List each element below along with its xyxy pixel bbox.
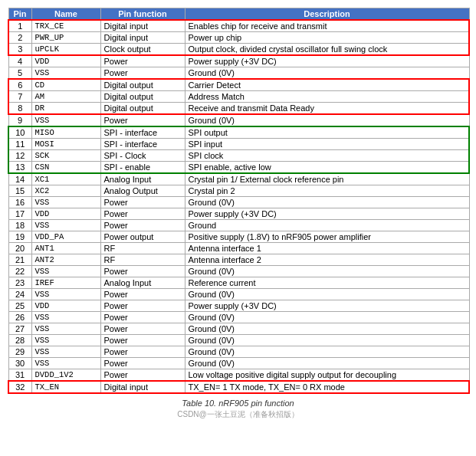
cell-desc: SPI clock — [185, 150, 469, 162]
table-row: 31DVDD_1V2PowerLow voltage positive digi… — [8, 369, 469, 382]
cell-pin: 27 — [8, 323, 31, 335]
cell-name: SCK — [31, 150, 100, 162]
table-row: 29VSSPowerGround (0V) — [8, 346, 469, 358]
table-row: 20ANT1RFAntenna interface 1 — [8, 243, 469, 254]
cell-pin: 10 — [8, 126, 31, 139]
cell-name: VDD_PA — [31, 231, 100, 243]
cell-desc: Power supply (+3V DC) — [185, 300, 469, 312]
cell-desc: Enables chip for receive and transmit — [185, 20, 469, 32]
cell-func: SPI - interface — [100, 139, 185, 150]
cell-pin: 30 — [8, 358, 31, 369]
cell-desc: SPI output — [185, 126, 469, 139]
cell-desc: SPI input — [185, 139, 469, 150]
cell-pin: 4 — [8, 55, 31, 67]
cell-name: PWR_UP — [31, 32, 100, 44]
cell-desc: Crystal pin 2 — [185, 185, 469, 197]
cell-func: Power — [100, 208, 185, 220]
table-row: 15XC2Analog OutputCrystal pin 2 — [8, 185, 469, 197]
cell-func: Analog Input — [100, 277, 185, 289]
cell-pin: 7 — [8, 91, 31, 103]
cell-desc: Positive supply (1.8V) to nRF905 power a… — [185, 231, 469, 243]
table-row: 13CSNSPI - enableSPI enable, active low — [8, 162, 469, 174]
table-row: 12SCKSPI - ClockSPI clock — [8, 150, 469, 162]
cell-name: TRX_CE — [31, 20, 100, 32]
cell-func: Digital input — [100, 32, 185, 44]
cell-name: VSS — [31, 220, 100, 231]
table-row: 23IREFAnalog InputReference current — [8, 277, 469, 289]
cell-func: Digital output — [100, 91, 185, 103]
cell-pin: 18 — [8, 220, 31, 231]
cell-desc: Power up chip — [185, 32, 469, 44]
cell-name: IREF — [31, 277, 100, 289]
cell-name: TX_EN — [31, 381, 100, 393]
cell-func: Power — [100, 114, 185, 126]
cell-pin: 11 — [8, 139, 31, 150]
cell-pin: 14 — [8, 173, 31, 185]
cell-pin: 17 — [8, 208, 31, 220]
cell-desc: Power supply (+3V DC) — [185, 55, 469, 67]
table-row: 3uPCLKClock outputOutput clock, divided … — [8, 44, 469, 56]
table-row: 2PWR_UPDigital inputPower up chip — [8, 32, 469, 44]
cell-func: SPI - interface — [100, 126, 185, 139]
cell-func: Power — [100, 323, 185, 335]
table-row: 14XC1Analog InputCrystal pin 1/ External… — [8, 173, 469, 185]
table-caption: Table 10. nRF905 pin function — [8, 399, 468, 408]
header-name: Name — [31, 8, 100, 21]
cell-pin: 8 — [8, 103, 31, 115]
cell-name: VSS — [31, 312, 100, 323]
cell-name: VDD — [31, 300, 100, 312]
cell-pin: 13 — [8, 162, 31, 174]
cell-name: VSS — [31, 197, 100, 208]
cell-desc: Ground — [185, 220, 469, 231]
cell-desc: Low voltage positive digital supply outp… — [185, 369, 469, 382]
cell-desc: Receive and transmit Data Ready — [185, 103, 469, 115]
table-header-row: Pin Name Pin function Description — [8, 8, 469, 21]
table-row: 4VDDPowerPower supply (+3V DC) — [8, 55, 469, 67]
cell-name: VDD — [31, 208, 100, 220]
cell-func: Digital input — [100, 20, 185, 32]
cell-name: MOSI — [31, 139, 100, 150]
cell-pin: 26 — [8, 312, 31, 323]
cell-name: DVDD_1V2 — [31, 369, 100, 382]
pin-function-table-container: Pin Name Pin function Description 1TRX_C… — [8, 8, 468, 420]
cell-name: ANT1 — [31, 243, 100, 254]
watermark: CSDN@一张土豆泥（准备秋招版） — [8, 409, 468, 420]
cell-desc: Ground (0V) — [185, 346, 469, 358]
cell-pin: 32 — [8, 381, 31, 393]
cell-pin: 20 — [8, 243, 31, 254]
cell-desc: Crystal pin 1/ External clock reference … — [185, 173, 469, 185]
cell-name: uPCLK — [31, 44, 100, 56]
cell-pin: 19 — [8, 231, 31, 243]
cell-func: SPI - enable — [100, 162, 185, 174]
table-row: 26VSSPowerGround (0V) — [8, 312, 469, 323]
cell-func: Power — [100, 369, 185, 382]
cell-desc: Power supply (+3V DC) — [185, 208, 469, 220]
cell-desc: Ground (0V) — [185, 335, 469, 346]
cell-desc: Ground (0V) — [185, 114, 469, 126]
cell-func: Power — [100, 300, 185, 312]
cell-desc: Ground (0V) — [185, 323, 469, 335]
cell-func: Power — [100, 346, 185, 358]
cell-name: VSS — [31, 346, 100, 358]
table-row: 21ANT2RFAntenna interface 2 — [8, 254, 469, 266]
cell-name: DR — [31, 103, 100, 115]
table-row: 10MISOSPI - interfaceSPI output — [8, 126, 469, 139]
cell-desc: SPI enable, active low — [185, 162, 469, 174]
table-row: 24VSSPowerGround (0V) — [8, 289, 469, 300]
table-row: 8DRDigital outputReceive and transmit Da… — [8, 103, 469, 115]
pin-function-table: Pin Name Pin function Description 1TRX_C… — [8, 8, 470, 394]
cell-func: RF — [100, 243, 185, 254]
cell-pin: 23 — [8, 277, 31, 289]
cell-desc: Address Match — [185, 91, 469, 103]
cell-desc: Reference current — [185, 277, 469, 289]
cell-func: Power — [100, 55, 185, 67]
cell-name: VSS — [31, 358, 100, 369]
cell-func: SPI - Clock — [100, 150, 185, 162]
cell-pin: 9 — [8, 114, 31, 126]
cell-func: Power — [100, 358, 185, 369]
cell-func: Clock output — [100, 44, 185, 56]
table-row: 19VDD_PAPower outputPositive supply (1.8… — [8, 231, 469, 243]
cell-desc: Output clock, divided crystal oscillator… — [185, 44, 469, 56]
table-row: 16VSSPowerGround (0V) — [8, 197, 469, 208]
cell-func: Analog Input — [100, 173, 185, 185]
